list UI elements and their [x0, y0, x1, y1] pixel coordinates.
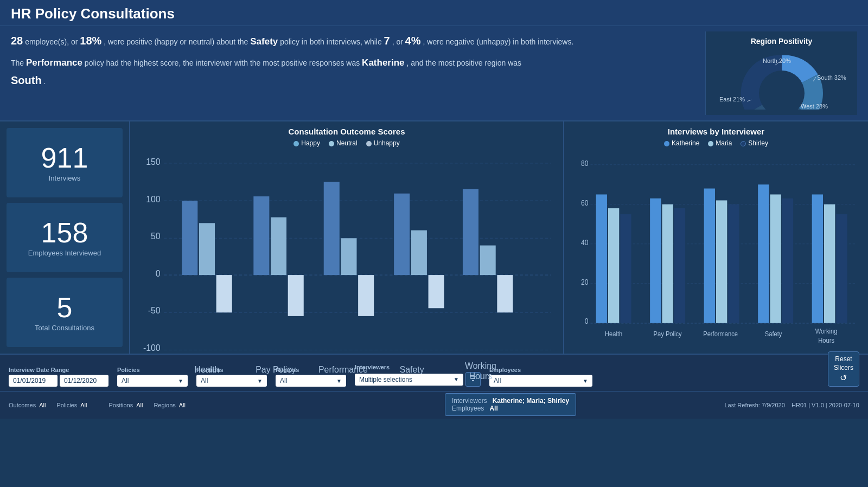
last-refresh: Last Refresh: 7/9/2020 HR01 | V1.0 | 202… [725, 402, 860, 408]
tooltip-interviewers-key: Interviewers [452, 397, 487, 405]
summary-text: 28 employee(s), or 18% , were positive (… [11, 31, 705, 115]
status-group-left: Outcomes All Policies All [9, 402, 87, 408]
bar-h-m [608, 208, 619, 323]
bar-paypolicy-unhappy [288, 275, 304, 316]
label-south: South 32% [817, 74, 846, 81]
svg-text:Pay Policy: Pay Policy [654, 330, 682, 338]
legend-maria: Maria [708, 139, 732, 147]
kpi-employees-number: 158 [41, 219, 88, 247]
bar-wh-m2 [824, 204, 835, 323]
bar-paypolicy-neutral [271, 217, 286, 275]
kpi-interviews-label: Interviews [49, 174, 81, 182]
filter-date-end[interactable]: 01/12/2020 [60, 375, 108, 387]
bar-safety-unhappy [429, 275, 444, 308]
status-positions-val: All [136, 402, 143, 408]
bar-health-unhappy [216, 275, 232, 312]
consultation-chart-title: Consultation Outcome Scores [139, 127, 554, 136]
svg-text:0: 0 [156, 269, 161, 278]
svg-text:Health: Health [605, 330, 622, 338]
bar-wh-k2 [812, 195, 823, 323]
status-regions-val: All [179, 402, 186, 408]
legend-katherine: Katherine [664, 139, 699, 147]
summary-bar: 28 employee(s), or 18% , were positive (… [0, 26, 868, 121]
status-regions: Regions All [154, 402, 186, 408]
consultation-chart-area: 150 100 50 0 -50 -100 [139, 150, 554, 381]
reset-label-top: Reset [835, 355, 852, 363]
bar-pp-s [674, 208, 685, 323]
summary-line3: South . [11, 71, 705, 89]
tooltip-employees-key: Employees [452, 405, 484, 412]
version-info: HR01 | V1.0 | 2020-07-10 [792, 402, 859, 408]
interviewer-chart-legend: Katherine Maria Shirley [573, 139, 859, 147]
label-north: North 20% [763, 57, 791, 64]
interviewer-chart-title: Interviews by Interviewer [573, 127, 859, 136]
legend-unhappy: Unhappy [366, 139, 400, 147]
legend-happy: Happy [293, 139, 320, 147]
svg-text:Performance: Performance [318, 365, 368, 374]
filter-date-pair: 01/01/2019 01/12/2020 [9, 375, 108, 387]
svg-text:Health: Health [195, 365, 220, 374]
status-policies-key: Policies [56, 402, 77, 408]
consultation-chart: Consultation Outcome Scores Happy Neutra… [130, 121, 564, 354]
svg-text:Safety: Safety [400, 365, 424, 374]
bar-pf-s [728, 204, 739, 323]
bar-safety-happy [394, 194, 410, 275]
interviewer-chart-svg: 80 60 40 20 0 [573, 150, 859, 348]
bar-wh-happy [463, 189, 478, 275]
bar-safety-neutral [411, 230, 427, 275]
bar-wh-unhappy [497, 275, 513, 312]
bar-perf-neutral [341, 238, 356, 275]
legend-neutral: Neutral [329, 139, 358, 147]
legend-shirley: Shirley [741, 139, 768, 147]
status-outcomes-key: Outcomes [9, 402, 36, 408]
reset-slicers-button[interactable]: Reset Slicers ↺ [828, 351, 859, 387]
status-policies-val: All [80, 402, 87, 408]
bar-wh-s2 [836, 214, 847, 323]
svg-text:Performance: Performance [703, 330, 738, 338]
bar-health-happy [182, 201, 197, 275]
bar-wh-neutral [480, 246, 496, 275]
last-refresh-date: Last Refresh: 7/9/2020 [725, 402, 785, 408]
svg-text:Pay Policy: Pay Policy [256, 365, 296, 374]
filter-date-range: Interview Date Range 01/01/2019 01/12/20… [9, 367, 108, 387]
svg-text:20: 20 [581, 278, 589, 286]
donut-chart-svg: North 20% South 32% East 21% West 28% [717, 50, 847, 110]
status-regions-key: Regions [154, 402, 175, 408]
label-west: West 28% [801, 103, 828, 110]
status-positions: Positions All [109, 402, 143, 408]
bar-h-k [596, 195, 607, 323]
tooltip-interviewers-val: Katherine; Maria; Shirley [493, 397, 569, 405]
label-east: East 21% [719, 96, 745, 102]
kpi-consultations-number: 5 [57, 293, 73, 322]
kpi-employees-label: Employees Interviewed [28, 249, 101, 257]
tooltip-employees-val: All [489, 405, 497, 412]
tooltip-employees: Employees All [452, 405, 569, 412]
bar-health-neutral [199, 223, 215, 275]
filter-date-start[interactable]: 01/01/2019 [9, 375, 58, 387]
summary-line2: The Performance policy had the highest s… [11, 55, 705, 71]
status-outcomes-val: All [39, 402, 46, 408]
reset-icon: ↺ [840, 373, 847, 383]
svg-text:Hours: Hours [818, 336, 834, 344]
status-policies: Policies All [56, 402, 87, 408]
reset-label-bottom: Slicers [834, 364, 853, 371]
main-content: 911 Interviews 158 Employees Interviewed… [0, 121, 868, 355]
kpi-employees: 158 Employees Interviewed [7, 203, 123, 272]
tooltip-interviewers: Interviewers Katherine; Maria; Shirley [452, 397, 569, 405]
bar-pf-k [704, 189, 715, 323]
svg-text:100: 100 [146, 195, 161, 204]
svg-text:50: 50 [151, 232, 161, 241]
chevron-down-icon: ▼ [583, 378, 588, 384]
bar-pp-k [650, 198, 661, 323]
kpi-interviews-number: 911 [41, 144, 88, 172]
bar-sf-k [758, 184, 769, 323]
svg-text:-100: -100 [143, 343, 161, 353]
bar-h-s [620, 214, 631, 323]
region-positivity: Region Positivity North 20% South 32% [705, 31, 857, 115]
svg-text:150: 150 [146, 157, 161, 166]
svg-text:Working: Working [465, 361, 496, 370]
kpi-consultations: 5 Total Consultations [7, 278, 123, 347]
svg-text:-50: -50 [148, 306, 161, 315]
bar-paypolicy-happy [253, 196, 269, 275]
region-positivity-title: Region Positivity [751, 37, 813, 46]
